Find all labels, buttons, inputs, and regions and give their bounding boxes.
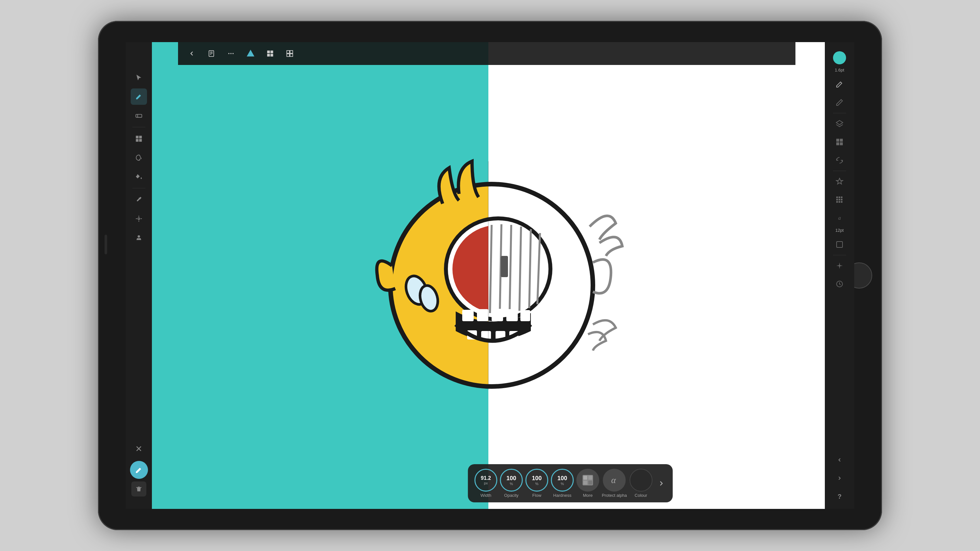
svg-rect-40	[462, 310, 474, 321]
tool-lasso[interactable]	[130, 149, 147, 166]
back-button[interactable]	[185, 46, 199, 61]
protect-alpha-circle[interactable]: α	[603, 469, 626, 492]
right-sep-3	[833, 255, 846, 255]
mosaic-icon[interactable]	[831, 192, 848, 208]
character-illustration	[341, 129, 635, 422]
svg-rect-18	[270, 51, 273, 53]
tool-grid[interactable]	[130, 130, 147, 147]
flow-label: Flow	[533, 493, 541, 498]
canvas-area: 91.2 px Width 100 % Opacity 100	[152, 42, 825, 509]
svg-rect-24	[290, 54, 293, 57]
help-button[interactable]: ?	[831, 488, 848, 505]
brush-opacity-circle[interactable]: 100 %	[500, 469, 523, 492]
svg-rect-63	[836, 197, 838, 198]
svg-rect-72	[837, 241, 843, 248]
svg-point-6	[138, 218, 140, 220]
colour-circle[interactable]	[630, 469, 652, 492]
width-value: 91.2	[481, 475, 491, 481]
brush-more-circle[interactable]	[576, 469, 599, 492]
active-eraser-btn[interactable]	[130, 461, 148, 479]
svg-rect-71	[841, 201, 843, 203]
hardness-unit: %	[560, 482, 564, 486]
svg-rect-21	[287, 51, 290, 53]
width-unit: px	[484, 481, 488, 485]
svg-rect-60	[840, 139, 843, 142]
svg-rect-17	[267, 51, 270, 53]
tool-stamp[interactable]	[130, 229, 147, 246]
more-button[interactable]	[224, 46, 238, 61]
brush-flow-item: 100 % Flow	[525, 469, 548, 498]
tool-picker[interactable]	[130, 211, 147, 227]
affinity-logo[interactable]	[243, 46, 258, 61]
svg-rect-69	[836, 201, 838, 203]
square-icon[interactable]	[831, 236, 848, 252]
layers-icon[interactable]	[831, 116, 848, 132]
svg-rect-55	[584, 481, 587, 485]
prev-page-button[interactable]	[831, 452, 848, 468]
svg-rect-5	[139, 139, 142, 142]
protect-alpha-label: Protect alpha	[602, 493, 627, 498]
grid-view-small[interactable]	[263, 46, 277, 61]
top-bar	[178, 42, 795, 65]
screen: ✕	[126, 42, 854, 509]
tool-eraser[interactable]	[130, 107, 147, 124]
brush-toolbar: 91.2 px Width 100 % Opacity 100	[468, 464, 673, 502]
brush-more-item: More	[576, 469, 599, 498]
svg-rect-62	[840, 142, 843, 145]
tool-bucket[interactable]	[130, 168, 147, 185]
sparkle-icon[interactable]	[831, 257, 848, 274]
brush-colour-item: Colour	[630, 469, 652, 498]
svg-rect-59	[836, 139, 839, 142]
text-size-label: 12pt	[835, 228, 843, 233]
side-button[interactable]	[105, 235, 107, 254]
brush-width-circle[interactable]: 91.2 px	[474, 469, 497, 492]
svg-rect-66	[836, 199, 838, 200]
svg-rect-20	[270, 54, 273, 57]
svg-point-14	[230, 53, 232, 54]
svg-rect-54	[588, 476, 592, 480]
svg-rect-44	[520, 310, 530, 321]
svg-rect-22	[290, 51, 293, 53]
svg-marker-16	[247, 49, 254, 57]
toolbar-sep-1	[132, 127, 145, 127]
svg-point-7	[137, 235, 140, 238]
history-icon[interactable]	[831, 276, 848, 292]
trash-button[interactable]	[131, 481, 146, 497]
tool-eyedropper[interactable]	[130, 192, 147, 208]
rotate-icon[interactable]	[831, 152, 848, 168]
next-page-button[interactable]	[831, 470, 848, 486]
svg-rect-43	[506, 309, 518, 321]
svg-rect-65	[841, 197, 843, 198]
document-button[interactable]	[204, 46, 218, 61]
color-picker[interactable]	[833, 51, 846, 64]
more-label: More	[583, 493, 593, 498]
opacity-unit: %	[510, 482, 513, 486]
brush-hardness-circle[interactable]: 100 %	[551, 469, 574, 492]
flow-unit: %	[535, 482, 538, 486]
svg-rect-3	[139, 136, 142, 138]
svg-rect-42	[492, 309, 503, 321]
brush-settings-arrow[interactable]	[656, 478, 666, 488]
toolbar-sep-2	[132, 188, 145, 188]
brush-tool-icon[interactable]	[831, 76, 848, 92]
opacity-label: Opacity	[504, 493, 519, 498]
brush-size-label: 1.6pt	[835, 68, 845, 73]
close-button[interactable]: ✕	[130, 441, 147, 457]
grid-view-large[interactable]	[283, 46, 297, 61]
fx-icon[interactable]	[831, 173, 848, 190]
svg-rect-70	[838, 201, 840, 203]
tool-cursor[interactable]	[130, 70, 147, 86]
svg-rect-8	[136, 487, 142, 488]
grid-icon[interactable]	[831, 134, 848, 150]
hardness-label: Hardness	[554, 493, 572, 498]
flow-value: 100	[532, 475, 542, 482]
svg-rect-56	[588, 481, 592, 485]
pencil-icon[interactable]	[831, 94, 848, 111]
text-icon[interactable]: a	[831, 210, 848, 226]
svg-rect-68	[841, 199, 843, 200]
hardness-value: 100	[557, 475, 567, 482]
tool-pen[interactable]	[130, 89, 147, 105]
svg-rect-53	[584, 476, 587, 480]
brush-flow-circle[interactable]: 100 %	[525, 469, 548, 492]
svg-rect-23	[287, 54, 290, 57]
